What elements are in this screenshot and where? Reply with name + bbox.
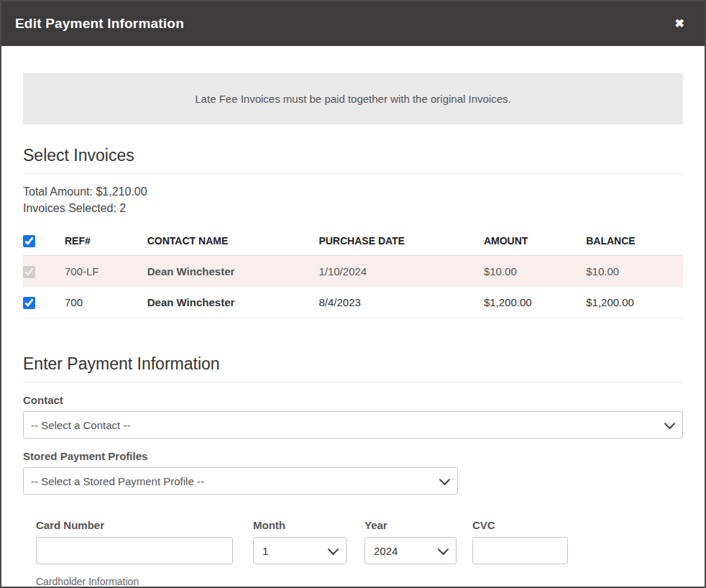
month-field: Month 1 xyxy=(253,519,347,564)
cell-balance: $10.00 xyxy=(586,256,683,288)
cvc-label: CVC xyxy=(472,519,568,531)
close-icon[interactable]: ✖ xyxy=(675,18,684,29)
column-header-amount: AMOUNT xyxy=(484,227,586,255)
total-amount-text: Total Amount: $1,210.00 xyxy=(23,183,683,200)
month-label: Month xyxy=(253,519,347,531)
enter-payment-heading: Enter Payment Information xyxy=(23,354,683,382)
stored-profiles-select[interactable]: -- Select a Stored Payment Profile -- xyxy=(23,467,458,495)
notice-banner: Late Fee Invoices must be paid together … xyxy=(23,73,683,124)
row-checkbox[interactable] xyxy=(23,297,35,309)
stored-profiles-select-wrap: -- Select a Stored Payment Profile -- xyxy=(23,467,458,495)
cvc-field: CVC xyxy=(472,519,568,564)
column-header-ref: REF# xyxy=(65,227,147,255)
card-section: Card Number Month 1 Year xyxy=(36,519,683,588)
column-header-contact-name: CONTACT NAME xyxy=(147,227,319,255)
card-number-field: Card Number xyxy=(36,519,233,564)
cvc-input[interactable] xyxy=(472,537,568,564)
cell-balance: $1,200.00 xyxy=(586,287,683,318)
cell-contact: Dean Winchester xyxy=(147,256,319,288)
cell-ref: 700 xyxy=(65,287,147,318)
cell-purchase-date: 1/10/2024 xyxy=(318,256,484,288)
invoice-totals: Total Amount: $1,210.00 Invoices Selecte… xyxy=(23,183,683,216)
column-header-balance: BALANCE xyxy=(586,227,683,255)
invoices-selected-text: Invoices Selected: 2 xyxy=(23,200,683,216)
modal-header: Edit Payment Information ✖ xyxy=(1,1,705,46)
modal-body: Late Fee Invoices must be paid together … xyxy=(1,73,705,588)
table-row: 700 Dean Winchester 8/4/2023 $1,200.00 $… xyxy=(23,287,683,318)
card-number-label: Card Number xyxy=(36,519,233,531)
card-number-input[interactable] xyxy=(36,537,233,564)
contact-select-wrap: -- Select a Contact -- xyxy=(23,411,683,438)
card-fields-row: Card Number Month 1 Year xyxy=(36,519,683,564)
cell-amount: $1,200.00 xyxy=(484,287,586,318)
table-row: 700-LF Dean Winchester 1/10/2024 $10.00 … xyxy=(23,256,683,288)
select-all-checkbox[interactable] xyxy=(23,235,35,247)
column-header-purchase-date: PURCHASE DATE xyxy=(318,227,484,255)
row-checkbox xyxy=(23,266,35,278)
contact-select[interactable]: -- Select a Contact -- xyxy=(23,411,683,438)
month-select[interactable]: 1 xyxy=(253,537,347,564)
cell-purchase-date: 8/4/2023 xyxy=(318,287,484,318)
year-field: Year 2024 xyxy=(365,519,457,564)
year-label: Year xyxy=(365,519,457,531)
cardholder-information-text: Cardholder Information xyxy=(36,576,683,587)
contact-label: Contact xyxy=(23,394,683,406)
edit-payment-modal: Edit Payment Information ✖ Late Fee Invo… xyxy=(1,1,705,588)
cell-ref: 700-LF xyxy=(65,256,147,288)
cell-contact: Dean Winchester xyxy=(147,287,319,318)
modal-title: Edit Payment Information xyxy=(15,16,184,32)
table-header-row: REF# CONTACT NAME PURCHASE DATE AMOUNT B… xyxy=(23,227,683,255)
invoices-table: REF# CONTACT NAME PURCHASE DATE AMOUNT B… xyxy=(23,227,683,318)
year-select[interactable]: 2024 xyxy=(365,537,457,564)
stored-profiles-label: Stored Payment Profiles xyxy=(23,450,683,462)
select-invoices-heading: Select Invoices xyxy=(23,146,683,174)
cell-amount: $10.00 xyxy=(484,256,586,288)
